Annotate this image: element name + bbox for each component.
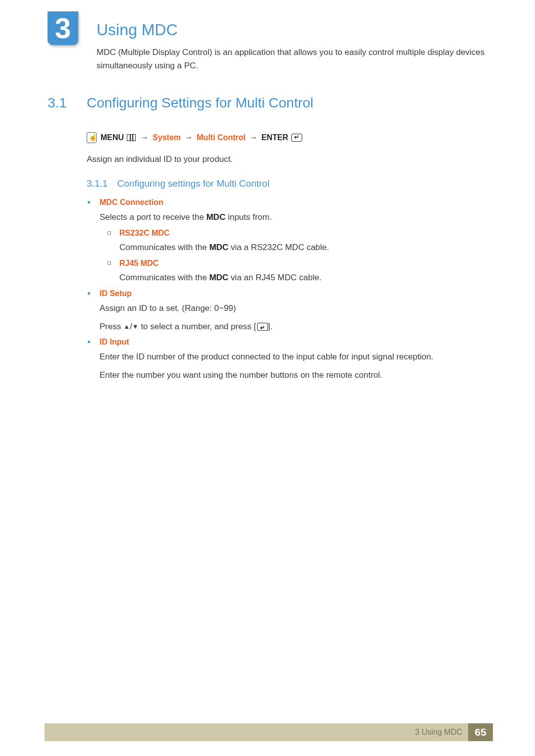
text-fragment: Press bbox=[100, 322, 123, 331]
arrow-icon: → bbox=[141, 133, 149, 142]
item-body: Press ▲/▼ to select a number, and press … bbox=[100, 320, 485, 334]
list-item: MDC Connection Selects a port to receive… bbox=[87, 198, 485, 285]
page-footer: 3 Using MDC 65 bbox=[45, 723, 493, 741]
footer-page-number: 65 bbox=[468, 723, 493, 741]
chapter-badge: 3 bbox=[48, 11, 78, 45]
bullet-icon bbox=[88, 201, 90, 203]
sub-list-item: RJ45 MDC Communicates with the MDC via a… bbox=[100, 259, 485, 285]
menu-navigation-path: MENU → System → Multi Control → ENTER bbox=[87, 132, 302, 143]
nav-system: System bbox=[153, 133, 181, 142]
sub-item-body: Communicates with the MDC via a RS232C M… bbox=[119, 241, 485, 255]
text-bold: MDC bbox=[209, 243, 228, 252]
down-arrow-icon: ▼ bbox=[132, 323, 139, 330]
text-fragment: Communicates with the bbox=[119, 243, 209, 252]
arrow-icon: → bbox=[250, 133, 258, 142]
item-body: Assign an ID to a set. (Range: 0~99) bbox=[100, 302, 485, 316]
list-item: ID Setup Assign an ID to a set. (Range: … bbox=[87, 289, 485, 334]
item-body: Enter the ID number of the product conne… bbox=[100, 350, 485, 364]
assign-instruction: Assign an individual ID to your product. bbox=[87, 154, 233, 164]
text-fragment: via a RS232C MDC cable. bbox=[228, 243, 329, 252]
text-fragment: Selects a port to receive the bbox=[100, 212, 206, 222]
sub-bullet-icon bbox=[107, 231, 111, 235]
text-fragment: inputs from. bbox=[225, 212, 272, 222]
sub-item-body: Communicates with the MDC via an RJ45 MD… bbox=[119, 271, 485, 285]
up-arrow-icon: ▲ bbox=[123, 323, 130, 330]
nav-menu-label: MENU bbox=[101, 133, 124, 142]
enter-icon bbox=[257, 323, 268, 331]
sub-item-title: RJ45 MDC bbox=[119, 259, 485, 268]
text-fragment: to select a number, and press [ bbox=[139, 322, 256, 331]
text-fragment: via an RJ45 MDC cable. bbox=[228, 273, 321, 282]
remote-icon bbox=[87, 132, 97, 143]
text-bold: MDC bbox=[206, 212, 225, 222]
item-body: Selects a port to receive the MDC inputs… bbox=[100, 210, 485, 225]
sub-item-title: RS232C MDC bbox=[119, 229, 485, 238]
item-title: ID Setup bbox=[100, 289, 485, 298]
chapter-number: 3 bbox=[55, 14, 71, 43]
settings-list: MDC Connection Selects a port to receive… bbox=[87, 198, 485, 387]
nav-multi-control: Multi Control bbox=[197, 133, 246, 142]
subsection-number: 3.1.1 bbox=[87, 178, 107, 189]
text-fragment: ]. bbox=[268, 322, 272, 331]
subsection-title: Configuring settings for Multi Control bbox=[117, 178, 269, 189]
list-item: ID Input Enter the ID number of the prod… bbox=[87, 338, 485, 383]
chapter-intro: MDC (Multiple Display Control) is an app… bbox=[97, 46, 485, 72]
subsection-heading: 3.1.1 Configuring settings for Multi Con… bbox=[87, 178, 269, 189]
arrow-icon: → bbox=[185, 133, 193, 142]
bullet-icon bbox=[88, 292, 90, 295]
text-bold: MDC bbox=[209, 273, 228, 282]
sub-list-item: RS232C MDC Communicates with the MDC via… bbox=[100, 229, 485, 255]
item-title: ID Input bbox=[100, 338, 485, 347]
section-title: Configuring Settings for Multi Control bbox=[87, 95, 314, 111]
text-fragment: Communicates with the bbox=[119, 273, 209, 282]
sub-bullet-icon bbox=[107, 261, 111, 265]
item-body: Enter the number you want using the numb… bbox=[100, 368, 485, 383]
nav-enter-label: ENTER bbox=[262, 133, 288, 142]
section-number: 3.1 bbox=[48, 95, 67, 111]
item-title: MDC Connection bbox=[100, 198, 485, 207]
bullet-icon bbox=[88, 341, 90, 343]
enter-icon bbox=[291, 134, 302, 142]
footer-chapter-label: 3 Using MDC bbox=[415, 728, 462, 737]
menu-icon bbox=[127, 134, 136, 141]
chapter-title: Using MDC bbox=[97, 21, 178, 39]
